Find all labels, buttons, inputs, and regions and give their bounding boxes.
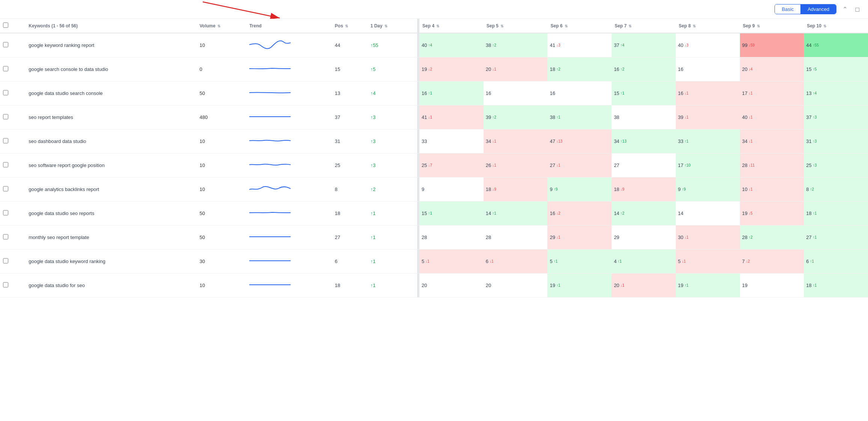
sep4-sort-icon: ⇅ — [436, 24, 439, 28]
table-row: google analytics backlinks report 10 8 ↑… — [0, 177, 868, 201]
date-cell: 6 ↑1 — [804, 250, 868, 274]
trend-header[interactable]: Trend — [246, 19, 332, 33]
row-checkbox-cell[interactable] — [0, 129, 26, 153]
date-cell: 29 ↓1 — [547, 226, 612, 250]
keyword-cell: google data studio keyword ranking — [26, 250, 196, 274]
sep6-header[interactable]: Sep 6 ⇅ — [547, 19, 612, 33]
trend-cell — [246, 129, 332, 153]
date-cell: 38 — [612, 105, 676, 129]
sep10-header[interactable]: Sep 10 ⇅ — [804, 19, 868, 33]
trend-chart — [249, 133, 291, 148]
select-all-header[interactable] — [0, 19, 26, 33]
keyword-cell: seo software report google position — [26, 153, 196, 177]
row-checkbox[interactable] — [3, 138, 8, 143]
row-checkbox-cell[interactable] — [0, 177, 26, 201]
date-cell: 16 ↓2 — [547, 201, 612, 226]
oneday-cell: ↑3 — [368, 105, 417, 129]
row-checkbox-cell[interactable] — [0, 105, 26, 129]
date-cell: 18 ↓9 — [612, 177, 676, 201]
trend-cell — [246, 274, 332, 298]
row-checkbox-cell[interactable] — [0, 201, 26, 226]
sep5-sort-icon: ⇅ — [500, 24, 503, 28]
table-row: google data studio search console 50 13 … — [0, 81, 868, 105]
row-checkbox[interactable] — [3, 114, 8, 119]
row-checkbox[interactable] — [3, 42, 8, 47]
sep9-header[interactable]: Sep 9 ⇅ — [740, 19, 804, 33]
trend-cell — [246, 226, 332, 250]
sep6-sort-icon: ⇅ — [565, 24, 568, 28]
date-cell: 39 ↑2 — [484, 105, 548, 129]
row-checkbox[interactable] — [3, 90, 8, 95]
date-cell: 34 ↓1 — [484, 129, 548, 153]
row-checkbox-cell[interactable] — [0, 274, 26, 298]
date-cell: 18 ↓9 — [484, 177, 548, 201]
row-checkbox[interactable] — [3, 282, 8, 287]
date-cell: 99 ↓59 — [740, 33, 804, 57]
date-cell: 44 ↑55 — [804, 33, 868, 57]
row-checkbox-cell[interactable] — [0, 250, 26, 274]
date-cell: 5 ↓1 — [419, 250, 484, 274]
trend-cell — [246, 81, 332, 105]
date-cell: 38 ↑2 — [484, 33, 548, 57]
basic-button[interactable]: Basic — [775, 5, 801, 14]
row-checkbox-cell[interactable] — [0, 33, 26, 57]
row-checkbox-cell[interactable] — [0, 153, 26, 177]
volume-cell: 10 — [196, 129, 246, 153]
sep7-header[interactable]: Sep 7 ⇅ — [612, 19, 676, 33]
volume-header[interactable]: Volume ⇅ — [196, 19, 246, 33]
date-cell: 26 ↓1 — [484, 153, 548, 177]
keywords-header[interactable]: Keywords (1 - 56 of 56) — [26, 19, 196, 33]
select-all-checkbox[interactable] — [3, 23, 8, 28]
date-cell: 41 ↓3 — [547, 33, 612, 57]
date-cell: 37 ↑3 — [804, 105, 868, 129]
date-cell: 15 ↑5 — [804, 57, 868, 81]
date-cell: 16 ↑2 — [612, 57, 676, 81]
date-cell: 10 ↓1 — [740, 177, 804, 201]
row-checkbox[interactable] — [3, 210, 8, 215]
volume-cell: 10 — [196, 153, 246, 177]
trend-chart — [249, 157, 291, 172]
date-cell: 15 ↑1 — [419, 201, 484, 226]
oneday-cell: ↑3 — [368, 129, 417, 153]
trend-cell — [246, 57, 332, 81]
row-checkbox[interactable] — [3, 234, 8, 239]
trend-cell — [246, 201, 332, 226]
date-cell: 18 ↑1 — [804, 274, 868, 298]
row-checkbox-cell[interactable] — [0, 57, 26, 81]
trend-chart — [249, 181, 291, 196]
keyword-cell: google data studio seo reports — [26, 201, 196, 226]
date-cell: 29 — [612, 226, 676, 250]
keyword-cell: seo dashboard data studio — [26, 129, 196, 153]
date-cell: 9 ↑9 — [676, 177, 740, 201]
row-checkbox[interactable] — [3, 258, 8, 263]
date-cell: 17 ↑10 — [676, 153, 740, 177]
table-row: seo software report google position 10 2… — [0, 153, 868, 177]
sep9-sort-icon: ⇅ — [757, 24, 760, 28]
view-toggle[interactable]: Basic Advanced — [775, 4, 836, 14]
keyword-cell: google search console to data studio — [26, 57, 196, 81]
pos-cell: 13 — [332, 81, 368, 105]
row-checkbox[interactable] — [3, 186, 8, 191]
oneday-header[interactable]: 1 Day ⇅ — [368, 19, 417, 33]
date-cell: 16 ↑1 — [419, 81, 484, 105]
sep8-header[interactable]: Sep 8 ⇅ — [676, 19, 740, 33]
row-checkbox-cell[interactable] — [0, 226, 26, 250]
pos-cell: 27 — [332, 226, 368, 250]
pos-header[interactable]: Pos ⇅ — [332, 19, 368, 33]
row-checkbox[interactable] — [3, 162, 8, 167]
expand-button[interactable]: ◻ — [853, 5, 862, 14]
date-cell: 27 ↓1 — [547, 153, 612, 177]
sep5-header[interactable]: Sep 5 ⇅ — [484, 19, 548, 33]
row-checkbox-cell[interactable] — [0, 81, 26, 105]
table-row: google data studio seo reports 50 18 ↑1 … — [0, 201, 868, 226]
date-cell: 16 — [547, 81, 612, 105]
advanced-button[interactable]: Advanced — [801, 5, 836, 14]
date-cell: 27 ↑1 — [804, 226, 868, 250]
volume-cell: 50 — [196, 81, 246, 105]
sep4-header[interactable]: Sep 4 ⇅ — [419, 19, 484, 33]
date-cell: 41 ↓1 — [419, 105, 484, 129]
date-cell: 14 ↑1 — [484, 201, 548, 226]
date-cell: 30 ↓1 — [676, 226, 740, 250]
collapse-button[interactable]: ⌃ — [840, 5, 850, 14]
row-checkbox[interactable] — [3, 66, 8, 71]
